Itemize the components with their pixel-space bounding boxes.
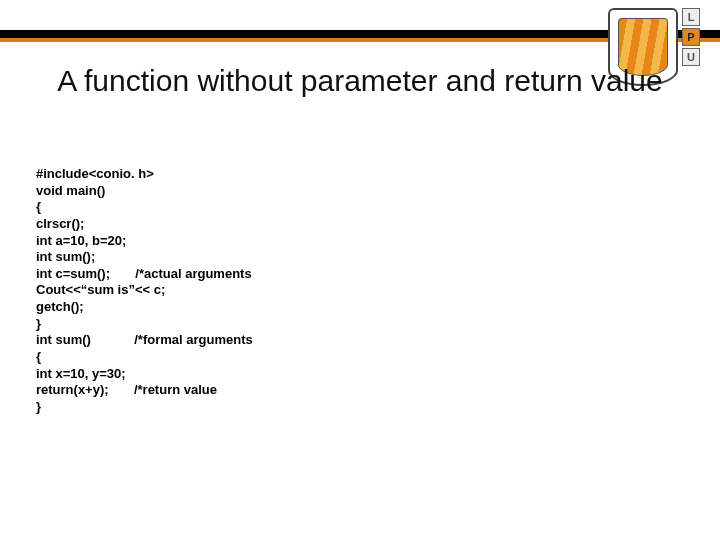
code-line: int x=10, y=30; <box>36 366 126 381</box>
code-line: getch(); <box>36 299 84 314</box>
code-line: { <box>36 349 41 364</box>
code-comment: /*return value <box>134 382 217 397</box>
badge-letter: P <box>682 28 700 46</box>
code-comment: /*formal arguments <box>134 332 252 347</box>
code-line: int sum() <box>36 332 91 347</box>
code-comment: /*actual arguments <box>135 266 251 281</box>
code-line: { <box>36 199 41 214</box>
code-line: void main() <box>36 183 105 198</box>
lpu-letters: L P U <box>682 8 700 66</box>
slide-title: A function without parameter and return … <box>0 64 720 98</box>
code-line: Cout<<“sum is”<< c; <box>36 282 165 297</box>
code-line: int sum(); <box>36 249 95 264</box>
code-line: clrscr(); <box>36 216 84 231</box>
code-line: } <box>36 399 41 414</box>
code-line: #include<conio. h> <box>36 166 154 181</box>
badge-letter: L <box>682 8 700 26</box>
code-line: } <box>36 316 41 331</box>
code-line: int a=10, b=20; <box>36 233 126 248</box>
code-line: int c=sum(); <box>36 266 110 281</box>
code-line: return(x+y); <box>36 382 109 397</box>
code-listing: #include<conio. h> void main() { clrscr(… <box>36 166 253 415</box>
